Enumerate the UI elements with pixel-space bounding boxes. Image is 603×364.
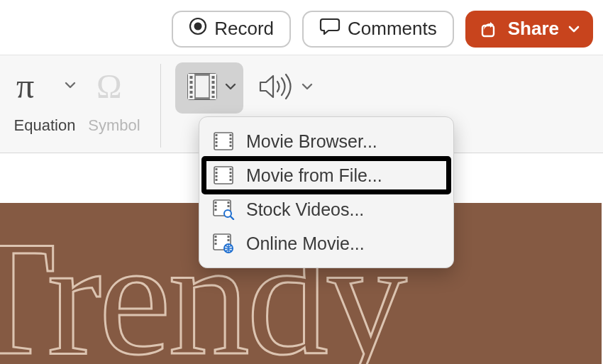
svg-text:Ω: Ω xyxy=(96,67,122,105)
film-globe-icon xyxy=(211,233,236,254)
svg-rect-50 xyxy=(228,239,230,241)
film-icon xyxy=(185,70,219,106)
svg-rect-25 xyxy=(230,138,232,140)
insert-audio-button[interactable] xyxy=(256,62,313,114)
svg-rect-13 xyxy=(212,76,215,79)
svg-rect-40 xyxy=(215,209,217,211)
menu-item-label: Stock Videos... xyxy=(246,199,364,220)
menu-item-label: Online Movie... xyxy=(246,233,365,254)
chevron-down-icon xyxy=(568,23,580,35)
menu-item-stock-videos[interactable]: Stock Videos... xyxy=(204,192,449,226)
svg-rect-30 xyxy=(216,172,218,174)
chevron-down-icon xyxy=(225,81,236,95)
menu-item-label: Movie Browser... xyxy=(246,131,377,152)
svg-rect-11 xyxy=(190,91,193,94)
svg-line-44 xyxy=(231,216,233,219)
comments-label: Comments xyxy=(348,18,437,40)
svg-point-1 xyxy=(194,23,202,31)
menu-item-online-movie[interactable]: Online Movie... xyxy=(204,226,449,260)
svg-rect-16 xyxy=(212,91,215,94)
svg-rect-35 xyxy=(230,175,232,177)
record-icon xyxy=(189,17,207,40)
record-label: Record xyxy=(214,18,274,40)
svg-rect-20 xyxy=(216,134,218,136)
svg-text:π: π xyxy=(16,67,34,106)
menu-item-movie-from-file[interactable]: Movie from File... xyxy=(204,158,449,192)
ribbon-separator xyxy=(160,64,161,148)
svg-rect-47 xyxy=(215,239,217,241)
svg-rect-24 xyxy=(230,134,232,136)
svg-rect-29 xyxy=(216,168,218,170)
svg-rect-17 xyxy=(212,96,215,98)
svg-rect-10 xyxy=(190,86,193,89)
svg-rect-9 xyxy=(190,81,193,84)
share-icon xyxy=(480,19,499,39)
symbol-label: Symbol xyxy=(82,116,146,135)
svg-rect-32 xyxy=(216,179,218,181)
svg-rect-42 xyxy=(228,205,230,207)
share-button[interactable]: Share xyxy=(465,11,593,48)
svg-rect-31 xyxy=(216,175,218,177)
svg-rect-15 xyxy=(212,86,215,89)
film-icon xyxy=(211,131,236,151)
svg-rect-33 xyxy=(230,168,232,170)
svg-rect-22 xyxy=(216,141,218,143)
equation-label: Equation xyxy=(13,116,77,135)
comments-button[interactable]: Comments xyxy=(302,11,454,48)
comment-icon xyxy=(319,17,341,40)
svg-rect-48 xyxy=(215,243,217,245)
speaker-icon xyxy=(256,70,296,106)
svg-rect-26 xyxy=(230,141,232,143)
chevron-down-icon[interactable] xyxy=(65,79,76,94)
film-icon xyxy=(211,165,236,185)
svg-rect-14 xyxy=(212,81,215,84)
share-label: Share xyxy=(508,18,559,40)
window-top-toolbar: Record Comments Share xyxy=(0,0,603,55)
film-search-icon xyxy=(211,199,236,220)
svg-rect-34 xyxy=(230,172,232,174)
svg-rect-8 xyxy=(190,76,193,79)
svg-rect-21 xyxy=(216,138,218,140)
svg-rect-39 xyxy=(215,205,217,207)
insert-movie-button[interactable] xyxy=(175,62,243,114)
chevron-down-icon xyxy=(302,81,313,95)
menu-item-label: Movie from File... xyxy=(246,165,382,186)
svg-rect-46 xyxy=(215,236,217,238)
svg-rect-38 xyxy=(215,202,217,204)
svg-rect-36 xyxy=(230,179,232,181)
equation-group: π Equation xyxy=(13,61,77,135)
svg-rect-41 xyxy=(228,202,230,204)
svg-rect-27 xyxy=(230,145,232,147)
symbol-button[interactable]: Ω xyxy=(92,61,136,112)
svg-rect-2 xyxy=(482,26,494,36)
menu-item-movie-browser[interactable]: Movie Browser... xyxy=(204,124,449,158)
equation-button[interactable]: π xyxy=(13,61,57,112)
svg-rect-12 xyxy=(190,96,193,98)
svg-rect-49 xyxy=(228,236,230,238)
svg-rect-23 xyxy=(216,145,218,147)
symbol-group: Ω Symbol xyxy=(82,61,146,135)
record-button[interactable]: Record xyxy=(172,11,291,48)
insert-movie-menu: Movie Browser... Movie from File... Stoc… xyxy=(199,116,454,268)
